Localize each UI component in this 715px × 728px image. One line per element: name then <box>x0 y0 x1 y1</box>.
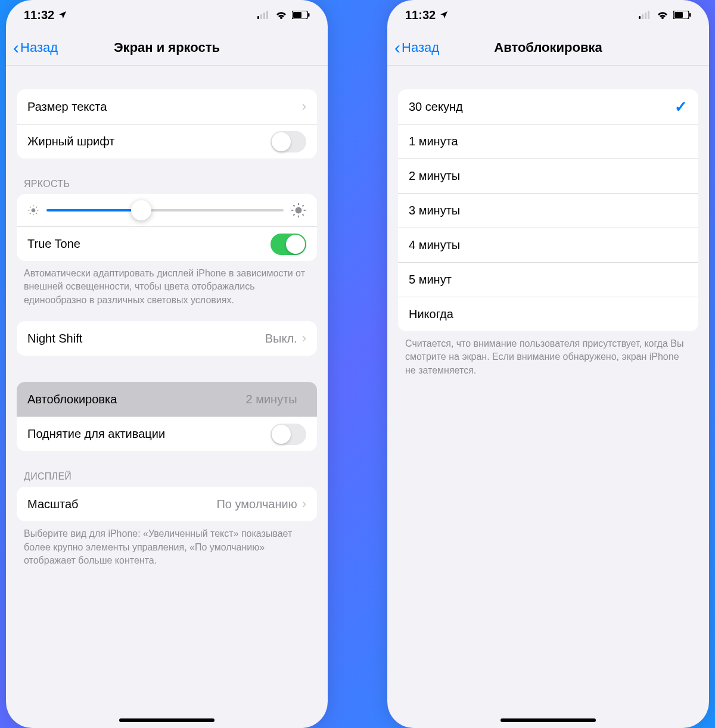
checkmark-icon: ✓ <box>674 98 688 116</box>
svg-rect-3 <box>266 11 268 19</box>
brightness-slider[interactable] <box>46 209 284 211</box>
bold-text-toggle[interactable] <box>271 131 306 153</box>
display-header: ДИСПЛЕЙ <box>6 451 328 487</box>
phone-autolock: 11:32 ‹ Назад Автоблокировка 30 секунд✓1… <box>387 0 709 728</box>
status-time: 11:32 <box>405 8 436 22</box>
svg-rect-31 <box>689 13 691 17</box>
option-label: 5 минут <box>409 273 688 287</box>
slider-fill <box>46 209 141 211</box>
true-tone-label: True Tone <box>27 237 271 251</box>
svg-line-24 <box>303 205 304 206</box>
home-indicator[interactable] <box>119 718 214 722</box>
wifi-icon <box>657 11 669 19</box>
autolock-footer: Считается, что внимание пользователя при… <box>387 331 709 377</box>
chevron-right-icon: › <box>302 331 306 346</box>
text-size-label: Размер текста <box>27 100 302 114</box>
battery-icon <box>673 11 691 19</box>
svg-line-23 <box>293 214 294 216</box>
option-label: 30 секунд <box>409 100 674 114</box>
chevron-left-icon: ‹ <box>13 39 19 57</box>
sun-large-icon <box>291 203 306 218</box>
autolock-option[interactable]: 2 минуты <box>398 158 698 193</box>
brightness-group: True Tone <box>17 194 317 261</box>
autolock-option[interactable]: Никогда <box>398 297 698 331</box>
sun-small-icon <box>27 204 39 216</box>
svg-rect-1 <box>260 14 262 19</box>
bold-text-row: Жирный шрифт <box>17 124 317 158</box>
phone-display-brightness: 11:32 ‹ Назад Экран и яркость Ра <box>6 0 328 728</box>
brightness-slider-row <box>17 194 317 226</box>
svg-line-22 <box>303 214 304 216</box>
slider-thumb[interactable] <box>131 200 151 220</box>
content-scroll[interactable]: 30 секунд✓1 минута2 минуты3 минуты4 мину… <box>387 66 709 728</box>
raise-to-wake-row: Поднятие для активации <box>17 416 317 451</box>
bold-text-label: Жирный шрифт <box>27 135 271 148</box>
true-tone-row: True Tone <box>17 226 317 261</box>
chevron-left-icon: ‹ <box>394 39 400 57</box>
status-time: 11:32 <box>24 8 54 22</box>
wifi-icon <box>275 11 287 19</box>
zoom-row[interactable]: Масштаб По умолчанию › <box>17 487 317 521</box>
raise-to-wake-toggle[interactable] <box>271 424 306 445</box>
chevron-right-icon: › <box>302 99 306 114</box>
svg-rect-2 <box>263 13 265 19</box>
text-group: Размер текста › Жирный шрифт <box>17 89 317 158</box>
svg-rect-6 <box>308 13 310 17</box>
zoom-label: Масштаб <box>27 497 216 511</box>
autolock-options-group: 30 секунд✓1 минута2 минуты3 минуты4 мину… <box>398 89 698 331</box>
nav-bar: ‹ Назад Экран и яркость <box>6 30 328 66</box>
svg-rect-26 <box>642 14 644 19</box>
night-shift-group: Night Shift Выкл. › <box>17 321 317 356</box>
autolock-label: Автоблокировка <box>27 393 245 406</box>
svg-line-15 <box>36 207 37 207</box>
svg-rect-27 <box>645 13 646 19</box>
nav-bar: ‹ Назад Автоблокировка <box>387 30 709 66</box>
option-label: 1 минута <box>409 135 688 148</box>
display-zoom-group: Масштаб По умолчанию › <box>17 487 317 521</box>
option-label: 4 минуты <box>409 238 688 252</box>
back-button[interactable]: ‹ Назад <box>387 39 439 57</box>
zoom-footer: Выберите вид для iPhone: «Увеличенный те… <box>6 521 328 567</box>
brightness-header: ЯРКОСТЬ <box>6 158 328 194</box>
content-scroll[interactable]: Размер текста › Жирный шрифт ЯРКОСТЬ <box>6 66 328 728</box>
night-shift-value: Выкл. <box>265 332 297 346</box>
option-label: 3 минуты <box>409 204 688 217</box>
svg-line-21 <box>293 205 294 206</box>
chevron-right-icon: › <box>302 391 306 407</box>
svg-rect-25 <box>639 16 641 19</box>
svg-rect-5 <box>293 12 301 18</box>
cellular-icon <box>257 11 271 19</box>
autolock-group: Автоблокировка 2 минуты › Поднятие для а… <box>17 382 317 451</box>
svg-rect-0 <box>257 16 259 19</box>
true-tone-toggle[interactable] <box>271 234 306 255</box>
autolock-option[interactable]: 3 минуты <box>398 193 698 228</box>
status-bar: 11:32 <box>387 0 709 30</box>
svg-line-14 <box>30 213 30 214</box>
zoom-value: По умолчанию <box>216 497 297 511</box>
svg-rect-30 <box>674 12 683 18</box>
autolock-row[interactable]: Автоблокировка 2 минуты › <box>17 382 317 416</box>
night-shift-row[interactable]: Night Shift Выкл. › <box>17 321 317 356</box>
option-label: Никогда <box>409 307 688 321</box>
svg-point-7 <box>32 209 36 213</box>
home-indicator[interactable] <box>500 718 596 722</box>
autolock-option[interactable]: 30 секунд✓ <box>398 89 698 124</box>
autolock-option[interactable]: 1 минута <box>398 124 698 158</box>
true-tone-footer: Автоматически адаптировать дисплей iPhon… <box>6 261 328 307</box>
battery-icon <box>292 11 310 19</box>
back-label: Назад <box>402 40 439 55</box>
autolock-option[interactable]: 4 минуты <box>398 228 698 262</box>
location-icon <box>58 10 67 20</box>
night-shift-label: Night Shift <box>27 332 265 346</box>
back-label: Назад <box>20 40 58 55</box>
svg-rect-28 <box>648 11 649 19</box>
location-icon <box>439 10 449 20</box>
option-label: 2 минуты <box>409 169 688 183</box>
text-size-row[interactable]: Размер текста › <box>17 89 317 124</box>
autolock-option[interactable]: 5 минут <box>398 262 698 297</box>
svg-point-16 <box>296 207 302 214</box>
back-button[interactable]: ‹ Назад <box>6 39 58 57</box>
raise-to-wake-label: Поднятие для активации <box>27 427 271 441</box>
autolock-value: 2 минуты <box>245 393 297 406</box>
chevron-right-icon: › <box>302 496 306 512</box>
